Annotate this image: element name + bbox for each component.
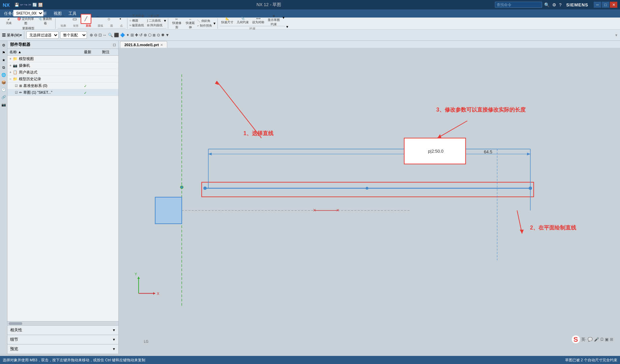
tb2-icon12[interactable]: ⊗	[144, 33, 147, 37]
preview-panel[interactable]: 预览 ▼	[7, 344, 118, 354]
arc-button[interactable]: ⌒	[92, 14, 103, 24]
model-side-icon[interactable]: 📦	[1, 79, 7, 85]
close-button[interactable]: ✕	[610, 2, 617, 8]
undo-icon[interactable]: ↩	[20, 3, 23, 7]
conic-btn[interactable]: ∫ 二次曲线	[147, 19, 163, 23]
tb2-icon3[interactable]: ⊡	[98, 33, 102, 37]
redo-icon[interactable]: ↪	[24, 3, 27, 7]
tb2-icon11[interactable]: ↺	[139, 33, 143, 37]
more-curves-expand[interactable]: ▼	[163, 19, 167, 23]
line-button[interactable]: ╱	[81, 14, 91, 24]
tb2-icon10[interactable]: ✚	[135, 33, 138, 37]
part-navigator-title: 部件导航器	[10, 42, 30, 48]
tb2-icon6[interactable]: ⬛	[114, 33, 119, 37]
blue-point	[181, 186, 183, 188]
rectangle-button[interactable]: ▭	[69, 14, 80, 24]
sketch-selector[interactable]: SKETCH_000	[13, 10, 43, 17]
tb2-icon-expand[interactable]: ▼	[166, 33, 170, 37]
tb2-icon16[interactable]: ✺	[161, 33, 165, 37]
search-input[interactable]	[495, 2, 542, 8]
watermark-icon5[interactable]: ⊞	[610, 337, 613, 342]
array-curve-btn[interactable]: ⊞ 阵列曲线	[147, 23, 163, 28]
ellipse-btn[interactable]: ○ 椭圆	[129, 19, 144, 23]
structure-side-icon[interactable]: 🌐	[1, 72, 7, 78]
constraint-group-expand[interactable]: ▼	[286, 25, 289, 29]
menu-icon[interactable]: ☰ 菜单(M)▾	[2, 33, 22, 38]
constraint-expand[interactable]: ▼	[282, 16, 285, 25]
tb2-right-expand[interactable]: ▼	[615, 33, 618, 37]
titlebar-toolbar-icons: 💾 ↩ ↪ ✂ 🔄 🪟	[14, 3, 43, 7]
left-sidebar-icons: ⚙ ⚑ ★ ⧉ 🌐 📦 🕐 🔗 📷	[0, 41, 7, 354]
reattach-button[interactable]: 📎 重新附着	[36, 17, 54, 25]
tb2-icon13[interactable]: ⬡	[148, 33, 151, 37]
make-corner-btn[interactable]: ⌐ 制作拐角	[197, 24, 212, 28]
star-side-icon[interactable]: ★	[1, 57, 7, 63]
statusbar: 选择对象并使用 MB3，双击，按下左键并拖动来移动，或按住 Ctrl 键和左键拖…	[0, 356, 620, 364]
polygon-btn[interactable]: ⬡ 多边形	[147, 14, 163, 18]
table-row[interactable]: ☑✏草图 (1) "SKET..." ✓	[7, 89, 118, 96]
maximize-button[interactable]: □	[602, 2, 609, 8]
details-panel[interactable]: 细节 ▼	[7, 335, 118, 344]
scrollbar-thumb[interactable]	[9, 322, 22, 325]
tb2-icon14[interactable]: ≣	[152, 33, 156, 37]
brand-label: SIEMENS	[566, 2, 588, 7]
watermark-icon2[interactable]: 🎤	[594, 337, 599, 342]
minimize-button[interactable]: ─	[594, 2, 601, 8]
svg-text:✕: ✕	[313, 208, 316, 213]
tb2-icon1[interactable]: ⊕	[90, 33, 93, 37]
quick-trim-button[interactable]: ✂快速修剪	[170, 19, 183, 28]
tb2-icon15[interactable]: ⊙	[157, 33, 160, 37]
orient-to-sketch-button[interactable]: 🎯 定向到草图	[16, 17, 36, 25]
toolbar-row-1: SKETCH_000 ✔完成 🎯 定向到草图 📎 重新附着 更新模型 草图 ⌒ …	[0, 18, 620, 30]
connect-side-icon[interactable]: 🔗	[1, 94, 7, 100]
assembly-filter[interactable]: 整个装配	[60, 31, 87, 39]
window-controls: ─ □ ✕	[594, 2, 617, 8]
tb2-icon8[interactable]: ✦	[126, 33, 129, 37]
flag-side-icon[interactable]: ⚑	[1, 50, 7, 56]
panel-scrollbar[interactable]	[7, 321, 118, 325]
watermark-icon1[interactable]: 💬	[588, 337, 593, 342]
settings-icon[interactable]: ⚙	[552, 2, 557, 7]
tb2-icon4[interactable]: ↔	[103, 33, 107, 37]
table-row[interactable]: +📋用户表达式	[7, 69, 118, 76]
quick-extend-button[interactable]: ↔快速延伸	[184, 19, 197, 28]
profile-button[interactable]: ⌒	[58, 14, 68, 24]
tb2-icon9[interactable]: ⊞	[130, 33, 134, 37]
part-navigator: 部件导航器 □ 名称 ▲ 最新 附注 +📁模型视图 +📷摄像机	[7, 41, 119, 354]
search-btn[interactable]: 🔍	[543, 2, 550, 7]
tb2-icon2[interactable]: ⊖	[94, 33, 97, 37]
related-panel[interactable]: 相关性 ▼	[7, 325, 118, 335]
group-constraints: 📐快速尺寸 📎几何约束 ⟺设为对称 👁显示草图约束 ▼ 约束 ▼	[218, 18, 290, 29]
point-button[interactable]: •	[115, 14, 126, 24]
trim-expand[interactable]: ▼	[213, 22, 216, 25]
table-row[interactable]: +📁模型视图	[7, 56, 118, 62]
tb2-icon5[interactable]: 🔍	[108, 33, 113, 37]
switch-icon[interactable]: 🔄	[32, 3, 37, 7]
save-icon[interactable]: 💾	[14, 3, 19, 7]
part-navigator-pin[interactable]: □	[113, 42, 116, 47]
geo-constraint-button[interactable]: 📎几何约束	[235, 16, 250, 25]
quick-dim-button[interactable]: 📐快速尺寸	[220, 16, 235, 25]
status-check: ✓	[84, 91, 87, 95]
complete-sketch-button[interactable]: ✔完成	[3, 17, 15, 25]
history-side-icon[interactable]: 🕐	[1, 87, 7, 93]
circle-button[interactable]: ○	[104, 14, 114, 24]
cam-side-icon[interactable]: 📷	[1, 101, 7, 108]
layers-side-icon[interactable]: ⧉	[1, 64, 7, 70]
art-spline-btn[interactable]: ○ 艺术样条	[129, 14, 144, 18]
symmetric-button[interactable]: ⟺设为对称	[251, 16, 266, 25]
selection-filter[interactable]: 无选择过滤器	[26, 31, 59, 39]
watermark-icon4[interactable]: ▣	[605, 337, 609, 342]
show-constraint-button[interactable]: 👁显示草图约束	[266, 16, 281, 25]
offset-curve-btn[interactable]: ≈ 偏置曲线	[129, 23, 144, 28]
tb2-icon7[interactable]: 🔷	[120, 33, 125, 37]
table-row[interactable]: ☑⊞基准坐标系 (0) ✓	[7, 83, 118, 89]
table-row[interactable]: +📷摄像机	[7, 62, 118, 69]
gear-side-icon[interactable]: ⚙	[1, 42, 7, 48]
chamfer-btn[interactable]: ╲ 倒斜角	[197, 19, 212, 23]
help-icon[interactable]: ?	[558, 2, 562, 7]
table-row[interactable]: −📁模型历史记录	[7, 76, 118, 83]
watermark-icon3[interactable]: Ω	[600, 337, 603, 342]
cut-icon[interactable]: ✂	[28, 3, 31, 7]
window-icon[interactable]: 🪟	[38, 3, 43, 7]
